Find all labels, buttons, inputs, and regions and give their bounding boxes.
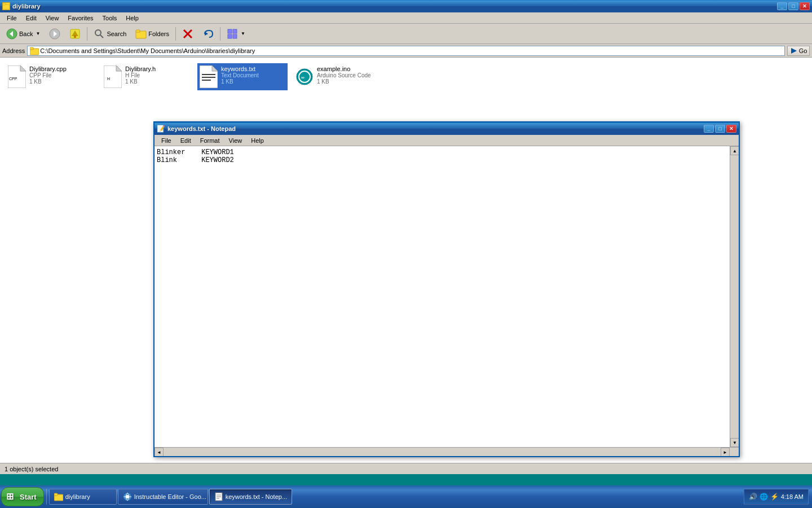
system-tray: 🔊 🌐 ⚡ 4:18 AM xyxy=(744,489,809,505)
notepad-maximize-button[interactable]: □ xyxy=(715,125,725,133)
toolbar-sep-3 xyxy=(220,27,220,41)
toolbar-sep-1 xyxy=(87,27,87,41)
taskbar-browser-label: Instructable Editor - Goo... xyxy=(134,493,206,500)
scroll-up-button[interactable]: ▲ xyxy=(730,146,739,155)
svg-text:CPP: CPP xyxy=(9,77,17,81)
notepad-menu-file[interactable]: File xyxy=(157,136,176,145)
taskbar-item-notepad[interactable]: keywords.txt - Notep... xyxy=(209,489,292,505)
file-item-h[interactable]: H Diylibrary.h H File 1 KB xyxy=(102,63,192,90)
svg-rect-8 xyxy=(74,35,76,38)
taskbar-notepad-label: keywords.txt - Notep... xyxy=(226,493,287,500)
notepad-title-buttons: _ □ ✕ xyxy=(704,125,736,133)
svg-rect-16 xyxy=(228,29,232,33)
search-button[interactable]: Search xyxy=(90,25,130,42)
explorer-menu-bar: File Edit View Favorites Tools Help xyxy=(0,12,812,24)
notepad-title-text: keywords.txt - Notepad xyxy=(167,125,236,132)
svg-marker-24 xyxy=(20,65,26,71)
delete-button[interactable] xyxy=(178,25,197,42)
svg-text:∞: ∞ xyxy=(301,75,304,80)
go-button[interactable]: Go xyxy=(787,46,810,56)
taskbar-item-diylibrary[interactable]: diylibrary xyxy=(49,489,117,505)
toolbar-sep-2 xyxy=(175,27,176,41)
views-button[interactable]: ▼ xyxy=(223,25,249,42)
menu-view[interactable]: View xyxy=(41,14,64,23)
menu-favorites[interactable]: Favorites xyxy=(63,14,98,23)
scroll-left-button[interactable]: ◄ xyxy=(155,448,164,456)
file-details-txt: keywords.txt Text Document 1 KB xyxy=(221,65,285,85)
file-item-txt[interactable]: keywords.txt Text Document 1 KB xyxy=(197,63,288,90)
cpp-file-icon: CPP xyxy=(8,65,26,88)
scroll-down-button[interactable]: ▼ xyxy=(730,438,739,447)
title-buttons: _ □ ✕ xyxy=(777,2,810,10)
svg-marker-30 xyxy=(212,65,218,71)
h-file-icon: H xyxy=(104,65,122,88)
folders-icon xyxy=(135,28,147,40)
undo-button[interactable] xyxy=(198,25,218,42)
forward-icon xyxy=(49,28,60,40)
svg-rect-38 xyxy=(54,493,58,496)
undo-icon xyxy=(202,28,214,40)
svg-rect-21 xyxy=(30,47,33,50)
minimize-button[interactable]: _ xyxy=(777,2,787,10)
svg-marker-15 xyxy=(205,32,208,36)
menu-edit[interactable]: Edit xyxy=(21,14,41,23)
explorer-toolbar: Back ▼ xyxy=(0,24,812,44)
notepad-menu-format[interactable]: Format xyxy=(196,136,224,145)
close-button[interactable]: ✕ xyxy=(800,2,810,10)
notepad-menu-help[interactable]: Help xyxy=(246,136,268,145)
back-label: Back xyxy=(19,30,33,37)
scroll-right-button[interactable]: ► xyxy=(721,448,730,456)
folders-button[interactable]: Folders xyxy=(131,25,173,42)
tray-icon-3: ⚡ xyxy=(770,493,779,501)
taskbar-item-browser[interactable]: Instructable Editor - Goo... xyxy=(118,489,208,505)
notepad-minimize-button[interactable]: _ xyxy=(704,125,714,133)
file-type-h: H File xyxy=(125,72,189,78)
notepad-content-with-scrollbar: Blinker KEYWORD1 Blink KEYWORD2 ▲ ▼ xyxy=(155,146,739,447)
views-arrow-icon: ▼ xyxy=(241,31,245,36)
maximize-button[interactable]: □ xyxy=(788,2,798,10)
notepad-title-left: 📝 keywords.txt - Notepad xyxy=(157,125,236,133)
delete-icon xyxy=(182,28,193,40)
up-button[interactable] xyxy=(65,25,85,42)
address-input-wrapper[interactable]: C:\Documents and Settings\Student\My Doc… xyxy=(27,46,785,56)
notepad-menu-edit[interactable]: Edit xyxy=(176,136,196,145)
svg-point-9 xyxy=(95,30,101,36)
go-label: Go xyxy=(799,47,807,54)
svg-rect-1 xyxy=(3,3,6,5)
back-arrow-icon: ▼ xyxy=(36,31,40,36)
notepad-vertical-scrollbar[interactable]: ▲ ▼ xyxy=(730,146,739,447)
svg-rect-19 xyxy=(233,34,237,38)
explorer-window-icon xyxy=(2,2,10,10)
address-path: C:\Documents and Settings\Student\My Doc… xyxy=(40,47,255,54)
svg-line-10 xyxy=(100,35,103,38)
explorer-status-bar: 1 object(s) selected xyxy=(0,463,812,474)
views-icon xyxy=(227,28,238,40)
tray-icon-2: 🌐 xyxy=(760,493,768,501)
notepad-close-button[interactable]: ✕ xyxy=(726,125,736,133)
file-item-cpp[interactable]: CPP Diylibrary.cpp CPP File 1 KB xyxy=(6,63,96,90)
svg-text:H: H xyxy=(107,77,110,81)
up-icon xyxy=(69,28,81,40)
file-details-cpp: Diylibrary.cpp CPP File 1 KB xyxy=(29,65,94,85)
taskbar-right: 🔊 🌐 ⚡ 4:18 AM xyxy=(744,489,811,505)
forward-button[interactable] xyxy=(45,25,64,42)
file-size-txt: 1 KB xyxy=(221,78,285,85)
ino-file-icon: ∞ xyxy=(295,65,314,88)
svg-rect-12 xyxy=(136,30,140,32)
notepad-menu-bar: File Edit Format View Help xyxy=(155,135,739,146)
menu-help[interactable]: Help xyxy=(121,14,143,23)
notepad-horizontal-scrollbar[interactable]: ◄ ► xyxy=(155,447,739,456)
menu-file[interactable]: File xyxy=(2,14,21,23)
menu-tools[interactable]: Tools xyxy=(98,14,122,23)
file-name-cpp: Diylibrary.cpp xyxy=(29,65,94,72)
file-name-h: Diylibrary.h xyxy=(125,65,189,72)
status-text: 1 object(s) selected xyxy=(5,466,58,472)
start-button[interactable]: ⊞ Start xyxy=(1,487,44,506)
notepad-menu-view[interactable]: View xyxy=(224,136,247,145)
notepad-text-area[interactable]: Blinker KEYWORD1 Blink KEYWORD2 xyxy=(155,146,730,447)
back-button[interactable]: Back ▼ xyxy=(2,25,44,42)
explorer-title-bar: diylibrary _ □ ✕ xyxy=(0,0,812,12)
file-size-cpp: 1 KB xyxy=(29,78,94,85)
file-item-ino[interactable]: ∞ example.ino Arduino Source Code 1 KB xyxy=(293,63,383,90)
address-label: Address xyxy=(2,47,25,54)
